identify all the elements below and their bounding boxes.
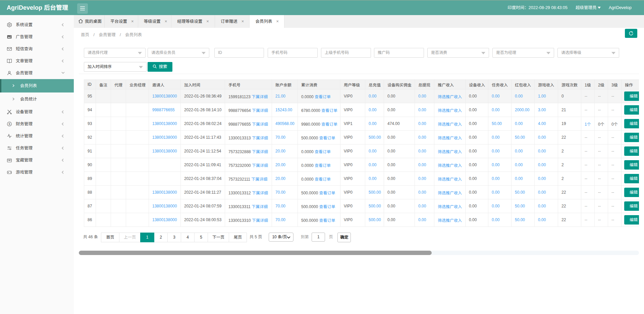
- svg-text:$: $: [8, 122, 10, 126]
